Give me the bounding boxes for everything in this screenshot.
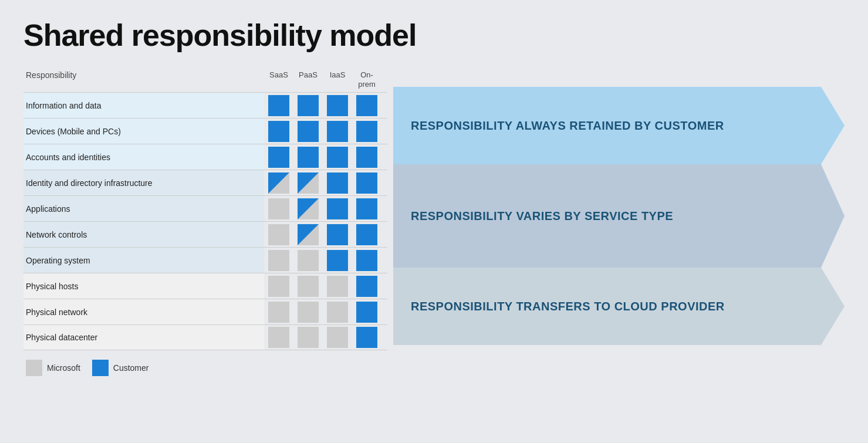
cell — [264, 119, 293, 144]
table-row: Devices (Mobile and PCs) — [23, 118, 387, 144]
cell-inner-gray — [298, 327, 319, 348]
table-row: Physical datacenter — [23, 324, 387, 350]
cell — [293, 325, 323, 350]
cell-inner-blue — [298, 95, 319, 116]
cell-inner-blue — [356, 250, 377, 271]
cell-inner-gray — [327, 302, 348, 323]
cell-inner-blue — [356, 198, 377, 219]
page-title: Shared responsibility model — [23, 18, 845, 53]
cell — [352, 144, 381, 170]
legend-customer: Customer — [92, 360, 149, 376]
cell-inner-blue — [268, 95, 289, 116]
col-header-iaas: IaaS — [323, 70, 352, 89]
cell — [323, 170, 352, 195]
cells — [264, 196, 381, 221]
cell-inner-half — [298, 198, 319, 219]
cell — [323, 119, 352, 144]
cell — [264, 144, 293, 170]
legend: Microsoft Customer — [23, 360, 845, 376]
arrow-band-1: RESPONSIBILITY ALWAYS RETAINED BY CUSTOM… — [393, 87, 845, 164]
cell — [352, 222, 381, 247]
cell-inner-blue — [356, 121, 377, 142]
cell — [293, 273, 323, 299]
table-row: Information and data — [23, 92, 387, 118]
cell-inner-blue — [356, 276, 377, 297]
cell — [293, 248, 323, 273]
cell-inner-blue — [327, 173, 348, 194]
cell — [293, 222, 323, 247]
cells — [264, 144, 381, 170]
cell-inner-blue — [268, 147, 289, 168]
cell-inner-blue — [327, 198, 348, 219]
cell-inner-gray — [268, 276, 289, 297]
legend-microsoft: Microsoft — [26, 360, 80, 376]
table-row: Network controls — [23, 221, 387, 247]
arrow-label-3: RESPONSIBILITY TRANSFERS TO CLOUD PROVID… — [393, 268, 845, 345]
cells — [264, 119, 381, 144]
cells — [264, 248, 381, 273]
cell-inner-blue — [268, 121, 289, 142]
cell — [293, 170, 323, 195]
row-label: Physical hosts — [23, 273, 264, 299]
chart-area: Responsibility SaaS PaaS IaaS On-prem In… — [23, 70, 845, 350]
cell — [323, 273, 352, 299]
cell — [264, 170, 293, 195]
cell — [323, 222, 352, 247]
cell-inner-blue — [356, 147, 377, 168]
cells — [264, 170, 381, 195]
table-row: Accounts and identities — [23, 144, 387, 170]
cell — [264, 222, 293, 247]
cell-inner-gray — [268, 198, 289, 219]
cell — [293, 196, 323, 221]
cell-inner-gray — [268, 224, 289, 245]
cells — [264, 222, 381, 247]
cell-inner-half — [298, 224, 319, 245]
page: Shared responsibility model Responsibili… — [0, 0, 868, 443]
cell-inner-blue — [298, 147, 319, 168]
col-header-saas: SaaS — [264, 70, 293, 89]
cell — [323, 248, 352, 273]
cell-inner-gray — [327, 276, 348, 297]
row-label: Physical datacenter — [23, 325, 264, 350]
cell-inner-gray — [268, 302, 289, 323]
cell — [264, 325, 293, 350]
arrow-band-3: RESPONSIBILITY TRANSFERS TO CLOUD PROVID… — [393, 268, 845, 345]
table-section: Responsibility SaaS PaaS IaaS On-prem In… — [23, 70, 387, 350]
legend-box-microsoft — [26, 360, 42, 376]
table-row: Identity and directory infrastructure — [23, 170, 387, 195]
row-label: Accounts and identities — [23, 144, 264, 170]
header-row: Responsibility SaaS PaaS IaaS On-prem — [23, 70, 387, 92]
cell — [264, 248, 293, 273]
row-label: Identity and directory infrastructure — [23, 170, 264, 195]
cell-inner-half — [298, 173, 319, 194]
cell — [293, 299, 323, 324]
cell — [352, 196, 381, 221]
cell — [352, 170, 381, 195]
cell-inner-half — [268, 173, 289, 194]
cell-inner-blue — [327, 95, 348, 116]
cell-inner-blue — [356, 302, 377, 323]
cell-inner-blue — [356, 327, 377, 348]
data-rows: Information and dataDevices (Mobile and … — [23, 92, 387, 350]
cell-inner-gray — [298, 250, 319, 271]
cell — [352, 325, 381, 350]
arrow-label-2: RESPONSIBILITY VARIES BY SERVICE TYPE — [393, 164, 845, 268]
cell — [323, 196, 352, 221]
cell-inner-gray — [298, 302, 319, 323]
cell-inner-blue — [327, 147, 348, 168]
arrow-band-2: RESPONSIBILITY VARIES BY SERVICE TYPE — [393, 164, 845, 268]
table-row: Operating system — [23, 247, 387, 273]
cell-inner-blue — [327, 224, 348, 245]
cell-inner-blue — [327, 121, 348, 142]
cell — [352, 273, 381, 299]
cell — [323, 144, 352, 170]
legend-box-customer — [92, 360, 109, 376]
cell — [323, 325, 352, 350]
cell — [352, 93, 381, 118]
cell — [323, 299, 352, 324]
cells — [264, 299, 381, 324]
row-label: Physical network — [23, 299, 264, 324]
table-row: Physical hosts — [23, 273, 387, 299]
col-header-onprem: On-prem — [352, 70, 381, 89]
arrows-section: RESPONSIBILITY ALWAYS RETAINED BY CUSTOM… — [393, 87, 845, 350]
